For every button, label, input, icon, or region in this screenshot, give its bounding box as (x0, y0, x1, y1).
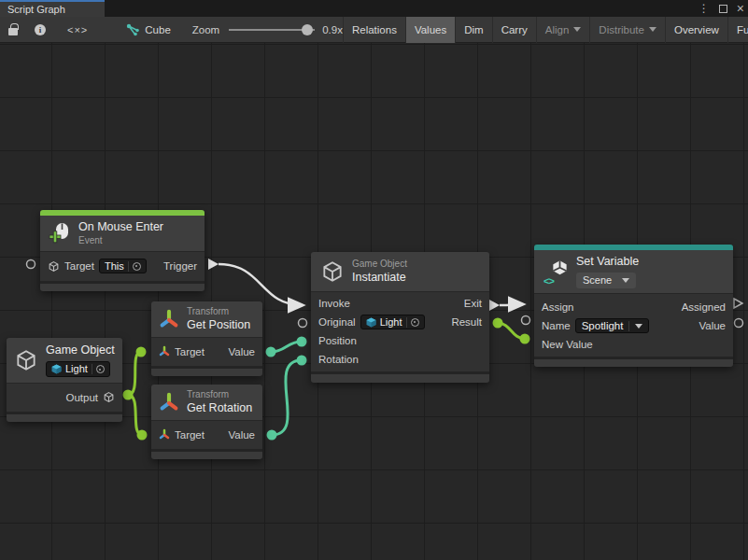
variables-button[interactable]: <×> (54, 17, 101, 43)
node-set-variable[interactable]: <> Set Variable Scene Assign Assigned Na… (534, 245, 733, 367)
transform-icon (159, 391, 179, 413)
node-subtitle: Event (78, 235, 163, 247)
wire-rotation-to-instantiate[interactable] (272, 360, 302, 435)
target-label: Target (175, 429, 205, 441)
wire-exit-to-assign[interactable] (500, 304, 523, 305)
node-category: Transform (187, 389, 252, 401)
toolbar-button-align[interactable]: Align (536, 17, 590, 43)
transform-icon (159, 308, 179, 330)
target-label: Target (64, 260, 94, 272)
lock-button[interactable] (0, 17, 26, 43)
node-title: Game Object (46, 343, 115, 358)
transform-icon (159, 345, 170, 357)
port-instantiate-result[interactable] (493, 318, 503, 329)
original-object-chip[interactable]: Light (360, 315, 425, 329)
original-label: Original (318, 316, 356, 328)
rotation-label: Rotation (318, 354, 359, 365)
toolbar-button-distribute[interactable]: Distribute (589, 17, 665, 43)
zoom-slider[interactable] (229, 29, 315, 31)
toolbar-button-relations[interactable]: Relations (343, 17, 405, 43)
lock-icon (8, 28, 18, 35)
port-setvariable-value[interactable] (735, 319, 743, 328)
node-category: Transform (187, 306, 250, 318)
port-onmouseenter-input[interactable] (27, 260, 35, 269)
assigned-label: Assigned (682, 301, 726, 313)
new-value-label: New Value (542, 339, 593, 350)
node-title: Instantiate (352, 271, 407, 286)
trigger-label: Trigger (163, 260, 197, 272)
name-label: Name (542, 320, 571, 331)
node-get-rotation[interactable]: Transform Get Rotation Target Value (151, 385, 262, 459)
node-category: Game Object (352, 259, 407, 271)
info-icon: i (35, 24, 46, 35)
value-label: Value (699, 320, 726, 331)
toolbar-button-values[interactable]: Values (405, 17, 455, 43)
port-instantiate-position[interactable] (297, 337, 307, 347)
graph-toolbar: i <×> Cube Zoom 0.9x Relations Values Di… (0, 17, 748, 43)
port-getrotation-value[interactable] (267, 430, 277, 441)
assign-label: Assign (542, 301, 574, 313)
node-get-position[interactable]: Transform Get Position Target Value (151, 301, 262, 376)
code-brackets-icon: <> (543, 275, 554, 287)
toolbar-button-carry[interactable]: Carry (492, 17, 536, 43)
output-label: Output (65, 392, 98, 403)
unity-cube-icon (366, 317, 376, 328)
node-on-mouse-enter[interactable]: On Mouse Enter Event Target This Trigger (40, 210, 205, 291)
graph-icon (126, 23, 140, 36)
wire-trigger-to-invoke[interactable] (219, 264, 303, 305)
transform-icon (159, 428, 170, 441)
object-value-chip[interactable]: Light (46, 361, 110, 378)
value-label: Value (228, 429, 255, 441)
port-onmouseenter-trigger[interactable] (208, 259, 219, 270)
wire-output-to-getposition-target[interactable] (128, 352, 141, 395)
close-icon[interactable]: × (737, 2, 744, 15)
mouse-event-icon (49, 222, 71, 245)
port-setvariable-assigned[interactable] (734, 299, 742, 308)
set-variable-icon: <> (543, 259, 569, 285)
node-title: Set Variable (576, 255, 639, 270)
zoom-label: Zoom (192, 24, 219, 35)
node-instantiate[interactable]: Game Object Instantiate Invoke Exit Orig… (311, 252, 489, 383)
toolbar-button-overview[interactable]: Overview (665, 17, 727, 43)
chevron-down-icon (635, 324, 642, 329)
port-gameobject-output[interactable] (123, 390, 134, 400)
unity-cube-icon (51, 364, 62, 374)
port-getrotation-target[interactable] (137, 430, 148, 441)
toolbar-button-dim[interactable]: Dim (455, 17, 491, 43)
node-title: On Mouse Enter (78, 220, 163, 235)
object-picker-icon[interactable] (411, 318, 419, 327)
port-instantiate-exit[interactable] (489, 300, 500, 311)
variable-name-dropdown[interactable]: Spotlight (575, 318, 650, 333)
port-getposition-value[interactable] (266, 347, 276, 357)
tab-title: Script Graph (7, 4, 65, 15)
port-setvariable-newvalue[interactable] (520, 334, 530, 344)
zoom-value: 0.9x (322, 24, 343, 35)
port-instantiate-original[interactable] (299, 319, 307, 328)
tab-bar: Script Graph ⋮ × (0, 0, 748, 17)
object-picker-icon[interactable] (96, 365, 105, 373)
graph-breadcrumb[interactable]: Cube (118, 17, 179, 43)
node-title: Get Position (187, 318, 250, 333)
cube-icon (320, 259, 345, 284)
window-menu-icon[interactable]: ⋮ (699, 3, 710, 14)
inspect-button[interactable]: i (26, 17, 54, 43)
tab-script-graph[interactable]: Script Graph (0, 0, 105, 17)
position-label: Position (318, 335, 357, 346)
port-setvariable-name[interactable] (522, 316, 530, 325)
target-object-chip[interactable]: This (99, 259, 147, 273)
object-picker-icon[interactable] (133, 262, 141, 271)
toolbar-button-fullscreen[interactable]: Full Screen (727, 17, 748, 43)
wire-output-to-getrotation-target[interactable] (128, 395, 142, 435)
zoom-slider-handle[interactable] (302, 24, 313, 35)
cube-icon (103, 391, 115, 403)
code-icon: <×> (67, 24, 88, 35)
cube-icon (48, 260, 60, 273)
graph-name: Cube (145, 24, 171, 35)
port-instantiate-rotation[interactable] (297, 356, 307, 366)
variable-scope-dropdown[interactable]: Scene (576, 273, 636, 289)
cube-icon (14, 348, 38, 372)
node-game-object-variable[interactable]: Game Object Light Output (7, 338, 122, 422)
port-getposition-target[interactable] (136, 347, 147, 357)
maximize-icon[interactable] (719, 5, 727, 13)
script-graph-window: Script Graph ⋮ × i <×> Cube Zoom 0.9x (0, 0, 748, 560)
